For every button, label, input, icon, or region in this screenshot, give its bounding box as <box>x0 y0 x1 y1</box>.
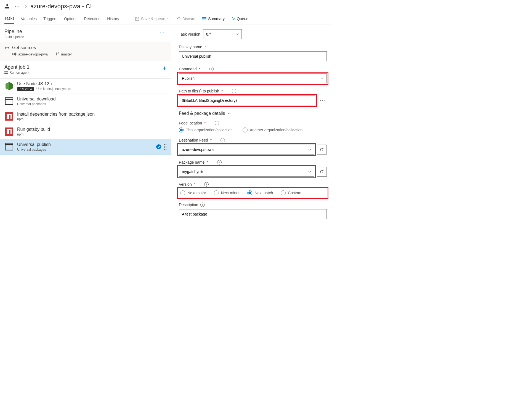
breadcrumb-collapsed[interactable]: ⋯ <box>13 3 22 10</box>
task-row[interactable]: Install dependencies from package.json n… <box>0 109 171 124</box>
version-label: Version <box>179 182 192 187</box>
repo-name: azure-devops-pwa <box>18 52 48 56</box>
save-queue-label: Save & queue <box>141 17 165 21</box>
page-title: azure-devops-pwa - CI <box>30 3 92 10</box>
svg-marker-10 <box>9 82 13 90</box>
required-marker: * <box>194 182 195 187</box>
queue-label: Queue <box>237 17 248 21</box>
required-marker: * <box>204 121 206 125</box>
summary-label: Summary <box>208 17 225 21</box>
command-label: Command <box>179 67 197 71</box>
discard-button[interactable]: Discard <box>176 17 195 21</box>
summary-icon <box>202 17 206 20</box>
feed-location-row: Feed location * i This organization/coll… <box>179 121 327 132</box>
info-icon[interactable]: i <box>217 160 222 164</box>
version-next-major-radio[interactable]: Next major <box>180 190 206 195</box>
branch-icon <box>55 52 59 56</box>
more-commands-button[interactable]: ⋯ <box>255 15 264 22</box>
command-select[interactable]: Publish <box>179 73 327 83</box>
description-field[interactable] <box>179 209 327 219</box>
svg-rect-2 <box>7 4 7 4</box>
task-title: Universal download <box>17 97 56 102</box>
nodejs-icon <box>4 81 14 91</box>
command-row: Command * i Publish <box>179 67 327 85</box>
drag-handle[interactable] <box>164 144 166 150</box>
display-name-field[interactable] <box>179 51 327 61</box>
svg-rect-20 <box>5 143 13 145</box>
add-task-button[interactable]: + <box>163 64 166 72</box>
tab-triggers[interactable]: Triggers <box>43 14 57 24</box>
task-subtitle: npm <box>17 132 50 136</box>
package-name-field[interactable] <box>179 167 314 177</box>
tab-variables[interactable]: Variables <box>21 14 37 24</box>
destination-feed-select[interactable]: azure-devops-pwa <box>179 145 314 155</box>
info-icon[interactable]: i <box>221 138 225 142</box>
info-icon[interactable]: i <box>215 121 219 125</box>
pipeline-title: Pipeline <box>4 29 24 34</box>
path-browse-button[interactable]: ⋯ <box>318 97 327 104</box>
task-version-select[interactable]: 0.* <box>203 29 242 39</box>
refresh-package-button[interactable] <box>317 167 327 177</box>
version-custom-radio[interactable]: Custom <box>281 190 301 195</box>
path-row: Path to file(s) to publish * i ⋯ <box>179 89 327 105</box>
required-marker: * <box>210 138 212 142</box>
task-row[interactable]: Universal publish Universal packages <box>0 139 171 155</box>
destination-feed-label: Destination Feed <box>179 138 208 142</box>
feed-location-another-org-radio[interactable]: Another organization/collection <box>243 127 302 132</box>
task-row[interactable]: Use Node.JS 12.x PREVIEW Use Node.js eco… <box>0 79 171 94</box>
server-icon <box>4 71 8 74</box>
feed-location-this-org-radio[interactable]: This organization/collection <box>179 127 233 132</box>
chevron-down-icon <box>167 17 170 20</box>
version-next-patch-radio[interactable]: Next patch <box>247 190 273 195</box>
discard-label: Discard <box>182 17 195 21</box>
svg-rect-8 <box>4 73 8 74</box>
save-queue-button[interactable]: Save & queue <box>135 17 170 21</box>
task-row[interactable]: Run gatsby build npm <box>0 124 171 139</box>
get-sources-block[interactable]: Get sources azure-devops-pwa master <box>0 42 171 60</box>
svg-rect-15 <box>9 115 10 119</box>
summary-button[interactable]: Summary <box>202 17 225 21</box>
info-icon[interactable]: i <box>200 203 205 207</box>
tab-tasks[interactable]: Tasks <box>4 13 14 24</box>
tab-history[interactable]: History <box>107 14 119 24</box>
branch-name: master <box>61 52 72 56</box>
radio-label: Next major <box>187 191 206 195</box>
task-subtitle: Use Node.js ecosystem <box>36 87 71 91</box>
agent-job-row[interactable]: Agent job 1 Run on agent + <box>0 60 171 79</box>
save-icon <box>135 17 139 21</box>
radio-label: Another organization/collection <box>250 128 302 132</box>
queue-button[interactable]: Queue <box>231 17 248 21</box>
task-row[interactable]: Universal download Universal packages <box>0 94 171 109</box>
task-version-label: Task version <box>179 32 200 36</box>
refresh-feed-button[interactable] <box>317 145 327 155</box>
task-title: Universal publish <box>17 142 51 147</box>
description-label: Description <box>179 203 198 207</box>
tabrow: Tasks Variables Triggers Options Retenti… <box>0 13 331 25</box>
svg-rect-0 <box>5 7 9 9</box>
feed-section-header[interactable]: Feed & package details <box>179 111 327 116</box>
svg-rect-18 <box>9 130 10 134</box>
info-icon[interactable]: i <box>209 67 214 71</box>
version-next-minor-radio[interactable]: Next minor <box>214 190 240 195</box>
info-icon[interactable]: i <box>204 182 209 187</box>
required-marker: * <box>207 160 208 164</box>
radio-label: Next patch <box>254 191 273 195</box>
display-name-label: Display name <box>179 45 202 49</box>
svg-point-6 <box>56 55 57 56</box>
svg-rect-1 <box>7 4 8 7</box>
tab-retention[interactable]: Retention <box>84 14 100 24</box>
required-marker: * <box>199 67 200 71</box>
radio-label: Custom <box>288 191 301 195</box>
required-marker: * <box>221 89 223 93</box>
task-subtitle: Universal packages <box>17 102 56 106</box>
breadcrumb: ⋯ azure-devops-pwa - CI <box>0 0 331 13</box>
tab-options[interactable]: Options <box>64 14 77 24</box>
required-marker: * <box>204 45 206 49</box>
vs-icon <box>12 52 17 56</box>
pipeline-subtitle: Build pipeline <box>4 35 24 39</box>
info-icon[interactable]: i <box>232 89 236 93</box>
path-field[interactable] <box>179 95 315 105</box>
pipeline-more-button[interactable]: ⋯ <box>158 29 166 35</box>
package-name-row: Package name * i <box>179 160 327 177</box>
task-title: Install dependencies from package.json <box>17 112 95 117</box>
